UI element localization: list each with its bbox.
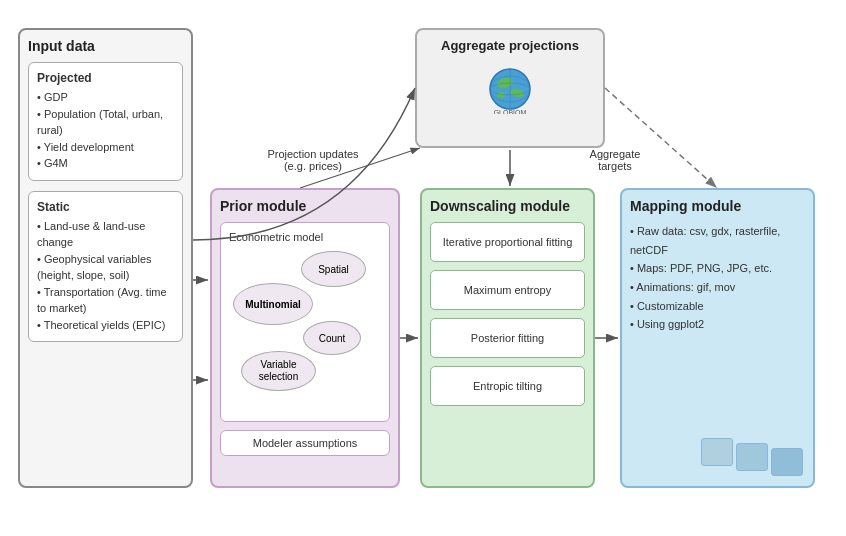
static-item: Transportation (Avg. time to market) bbox=[37, 284, 174, 317]
count-ellipse: Count bbox=[303, 321, 361, 355]
mapping-module-title: Mapping module bbox=[630, 198, 805, 214]
posterior-fitting-box: Posterior fitting bbox=[430, 318, 585, 358]
econometric-box: Econometric model Spatial Multinomial Co… bbox=[220, 222, 390, 422]
aggregate-projections-box: Aggregate projections GLOBIOM bbox=[415, 28, 605, 148]
diagram: Input data Projected GDP Population (Tot… bbox=[0, 0, 846, 536]
mapping-item: Maps: PDF, PNG, JPG, etc. bbox=[630, 259, 805, 278]
input-data-box: Input data Projected GDP Population (Tot… bbox=[18, 28, 193, 488]
input-data-title: Input data bbox=[28, 38, 183, 54]
projected-list: GDP Population (Total, urban, rural) Yie… bbox=[37, 89, 174, 172]
modeler-assumptions-label: Modeler assumptions bbox=[253, 437, 358, 449]
projected-item: G4M bbox=[37, 155, 174, 172]
aggregate-projections-title: Aggregate projections bbox=[425, 38, 595, 53]
iterative-proportional-box: Iterative proportional fitting bbox=[430, 222, 585, 262]
svg-text:GLOBIOM: GLOBIOM bbox=[493, 109, 526, 114]
projected-item: GDP bbox=[37, 89, 174, 106]
modeler-assumptions-box: Modeler assumptions bbox=[220, 430, 390, 456]
mapping-item: Using ggplot2 bbox=[630, 315, 805, 334]
static-box: Static Land-use & land-use change Geophy… bbox=[28, 191, 183, 343]
projection-updates-label: Projection updates(e.g. prices) bbox=[248, 148, 378, 172]
mapping-item: Raw data: csv, gdx, rasterfile, netCDF bbox=[630, 222, 805, 259]
svg-line-14 bbox=[605, 88, 717, 188]
mapping-module-box: Mapping module Raw data: csv, gdx, raste… bbox=[620, 188, 815, 488]
variable-selection-ellipse: Variable selection bbox=[241, 351, 316, 391]
spatial-ellipse: Spatial bbox=[301, 251, 366, 287]
mapping-item: Animations: gif, mov bbox=[630, 278, 805, 297]
aggregate-targets-label: Aggregatetargets bbox=[570, 148, 660, 172]
static-list: Land-use & land-use change Geophysical v… bbox=[37, 218, 174, 334]
static-label: Static bbox=[37, 200, 174, 214]
downscaling-module-box: Downscaling module Iterative proportiona… bbox=[420, 188, 595, 488]
static-item: Geophysical variables (height, slope, so… bbox=[37, 251, 174, 284]
projected-item: Population (Total, urban, rural) bbox=[37, 106, 174, 139]
downscaling-module-title: Downscaling module bbox=[430, 198, 585, 214]
projected-item: Yield development bbox=[37, 139, 174, 156]
maximum-entropy-box: Maximum entropy bbox=[430, 270, 585, 310]
entropic-tilting-box: Entropic tilting bbox=[430, 366, 585, 406]
prior-module-title: Prior module bbox=[220, 198, 390, 214]
globe-icon: GLOBIOM bbox=[483, 59, 538, 114]
map-cards-icon bbox=[701, 428, 803, 476]
projected-box: Projected GDP Population (Total, urban, … bbox=[28, 62, 183, 181]
projected-label: Projected bbox=[37, 71, 174, 85]
static-item: Theoretical yields (EPIC) bbox=[37, 317, 174, 334]
econometric-label: Econometric model bbox=[229, 231, 381, 243]
mapping-list: Raw data: csv, gdx, rasterfile, netCDF M… bbox=[630, 222, 805, 334]
multinomial-ellipse: Multinomial bbox=[233, 283, 313, 325]
mapping-item: Customizable bbox=[630, 297, 805, 316]
static-item: Land-use & land-use change bbox=[37, 218, 174, 251]
prior-module-box: Prior module Econometric model Spatial M… bbox=[210, 188, 400, 488]
